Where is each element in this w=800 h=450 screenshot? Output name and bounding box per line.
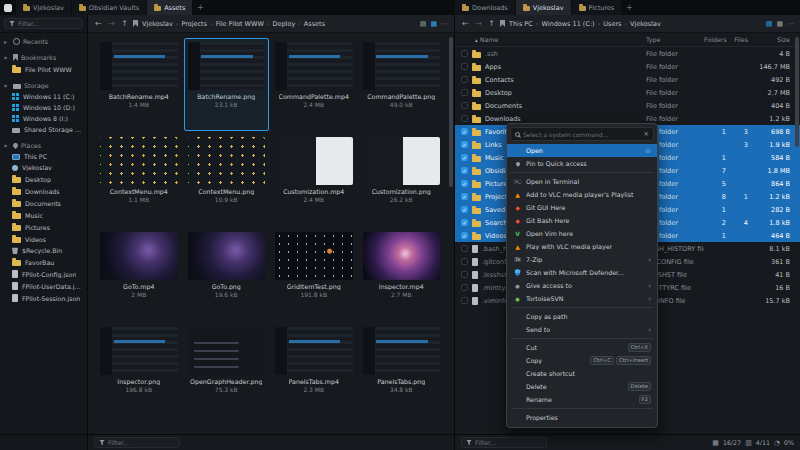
file-item-contextmenu-mp4[interactable]: ContextMenu.mp41.1 MB	[96, 133, 182, 226]
sidebar-item-windows-8-i[interactable]: Windows 8 (I:)	[0, 113, 87, 124]
file-item-commandpalette-mp4[interactable]: CommandPalette.mp42.4 MB	[271, 38, 357, 131]
table-row-contacts[interactable]: ContactsFile folder492 B	[455, 73, 800, 86]
sidebar-section-header-places[interactable]: ▾Places	[0, 140, 87, 151]
row-checkbox[interactable]	[461, 102, 468, 109]
menu-item-open[interactable]: Open☆	[507, 144, 657, 157]
menu-item-create-shortcut[interactable]: Create shortcut	[507, 367, 657, 380]
file-item-goto-png[interactable]: GoTo.png19.6 kB	[184, 228, 270, 321]
right-pane-filter-input[interactable]	[475, 439, 542, 446]
file-item-opengraphheader-png[interactable]: OpenGraphHeader.png75.3 kB	[184, 323, 270, 416]
menu-item-7-zip[interactable]: 7-Zip›	[507, 253, 657, 266]
sidebar-item-fpilot-config-json[interactable]: FPilot-Config.json	[0, 268, 87, 280]
sidebar-item-desktop[interactable]: Desktop	[0, 173, 87, 185]
sidebar-section-header-storage[interactable]: ▾Storage	[0, 80, 87, 91]
sidebar-section-header-bookmarks[interactable]: ▾Bookmarks	[0, 52, 87, 63]
row-checkbox[interactable]: ✓	[461, 167, 468, 174]
sidebar-item-videos[interactable]: Videos	[0, 233, 87, 245]
sidebar-item-pictures[interactable]: Pictures	[0, 221, 87, 233]
breadcrumb-item[interactable]: File Pilot WWW	[216, 20, 264, 28]
column-header-name[interactable]: ▴Name	[461, 36, 646, 43]
row-checkbox[interactable]	[461, 245, 468, 252]
breadcrumb-item[interactable]: Vjekoslav	[630, 20, 661, 28]
row-checkbox[interactable]: ✓	[461, 206, 468, 213]
menu-item-send-to[interactable]: Send to›	[507, 323, 657, 336]
scrollbar-thumb[interactable]	[449, 37, 453, 187]
new-tab-button[interactable]: +	[622, 0, 636, 15]
menu-item-properties[interactable]: Properties	[507, 411, 657, 424]
command-search-input[interactable]	[523, 131, 640, 138]
menu-item-tortoisesvn[interactable]: TortoiseSVN›	[507, 292, 657, 305]
back-button[interactable]: ←	[461, 19, 470, 28]
close-icon[interactable]: ×	[643, 130, 649, 138]
list-view-icon[interactable]: ▤	[766, 20, 773, 28]
file-item-batchrename-png[interactable]: BatchRename.png23.1 kB	[184, 38, 270, 131]
star-icon[interactable]: ☆	[645, 147, 651, 155]
sidebar-item-downloads[interactable]: Downloads	[0, 185, 87, 197]
menu-item-copy[interactable]: CopyCtrl+CCtrl+Insert	[507, 354, 657, 367]
sidebar-item-recycle-bin[interactable]: $Recycle.Bin	[0, 245, 87, 256]
tab-pictures[interactable]: Pictures	[572, 0, 623, 15]
bookmark-icon[interactable]	[133, 20, 138, 27]
row-checkbox[interactable]: ✓	[461, 141, 468, 148]
file-item-inspector-png[interactable]: Inspector.png196.8 kB	[96, 323, 182, 416]
sidebar-item-windows-10-d[interactable]: Windows 10 (D:)	[0, 102, 87, 113]
menu-item-give-access-to[interactable]: Give access to›	[507, 279, 657, 292]
left-pane-filter-input[interactable]	[108, 439, 175, 446]
scrollbar-thumb[interactable]	[795, 37, 799, 147]
row-checkbox[interactable]: ✓	[461, 193, 468, 200]
forward-button[interactable]: →	[107, 19, 116, 28]
back-button[interactable]: ←	[94, 19, 103, 28]
column-header-type[interactable]: Type	[646, 36, 704, 43]
row-checkbox[interactable]	[461, 63, 468, 70]
menu-item-rename[interactable]: RenameF2	[507, 393, 657, 406]
row-checkbox[interactable]	[461, 297, 468, 304]
menu-item-cut[interactable]: CutCtrl+X	[507, 341, 657, 354]
file-item-inspector-mp4[interactable]: Inspector.mp42.7 MB	[359, 228, 445, 321]
sidebar-item-music[interactable]: Music	[0, 209, 87, 221]
file-item-batchrename-mp4[interactable]: BatchRename.mp41.4 MB	[96, 38, 182, 131]
breadcrumb-item[interactable]: Projects	[181, 20, 207, 28]
menu-item-delete[interactable]: DeleteDelete	[507, 380, 657, 393]
tab-vjekoslav[interactable]: Vjekoslav	[16, 0, 72, 15]
tab-obsidian-vaults[interactable]: Obsidian Vaults	[72, 0, 147, 15]
menu-item-open-vim-here[interactable]: Open Vim here	[507, 227, 657, 240]
menu-item-copy-as-path[interactable]: Copy as path	[507, 310, 657, 323]
forward-button[interactable]: →	[474, 19, 483, 28]
sidebar-filter-input[interactable]	[18, 20, 78, 27]
menu-item-scan-with-microsoft-defender[interactable]: Scan with Microsoft Defender...	[507, 266, 657, 279]
table-row-documents[interactable]: DocumentsFile folder404 B	[455, 99, 800, 112]
breadcrumb-item[interactable]: Assets	[304, 20, 325, 28]
tab-downloads[interactable]: Downloads	[455, 0, 516, 15]
sidebar-item-fpilot-userdata-json[interactable]: FPilot-UserData.json	[0, 280, 87, 292]
row-checkbox[interactable]	[461, 89, 468, 96]
table-row-ssh[interactable]: .sshFile folder4 B	[455, 47, 800, 60]
file-item-panelstabs-mp4[interactable]: PanelsTabs.mp42.3 MB	[271, 323, 357, 416]
file-item-customization-mp4[interactable]: Customization.mp42.4 MB	[271, 133, 357, 226]
app-logo[interactable]	[0, 0, 16, 15]
up-button[interactable]: ↑	[487, 19, 496, 28]
up-button[interactable]: ↑	[120, 19, 129, 28]
row-checkbox[interactable]	[461, 76, 468, 83]
breadcrumb-item[interactable]: This PC	[509, 20, 533, 28]
file-item-commandpalette-png[interactable]: CommandPalette.png49.0 kB	[359, 38, 445, 131]
tab-assets[interactable]: Assets	[147, 0, 193, 15]
sidebar-item-documents[interactable]: Documents	[0, 197, 87, 209]
menu-item-add-to-vlc-media-player-s-playlist[interactable]: Add to VLC media player's Playlist	[507, 188, 657, 201]
table-row-desktop[interactable]: DesktopFile folder2.7 MB	[455, 86, 800, 99]
column-header-size[interactable]: Size	[748, 36, 790, 43]
menu-item-git-gui-here[interactable]: Git GUI Here	[507, 201, 657, 214]
sidebar-section-header-recents[interactable]: ▸Recents	[0, 36, 87, 47]
breadcrumb-item[interactable]: Windows 11 (C:)	[541, 20, 594, 28]
sidebar-item-vjekoslav[interactable]: Vjekoslav	[0, 162, 87, 173]
sidebar-item-file-pilot-www[interactable]: File Pilot WWW	[0, 63, 87, 75]
breadcrumb-item[interactable]: Deploy	[272, 20, 295, 28]
row-checkbox[interactable]: ✓	[461, 232, 468, 239]
file-item-contextmenu-png[interactable]: ContextMenu.png10.9 kB	[184, 133, 270, 226]
file-item-griditemtest-png[interactable]: GridItemTest.png191.8 kB	[271, 228, 357, 321]
grid-view-icon[interactable]: ▦	[430, 20, 437, 28]
bookmark-icon[interactable]	[500, 20, 505, 27]
grid-view-icon[interactable]: ▦	[776, 20, 783, 28]
row-checkbox[interactable]	[461, 115, 468, 122]
breadcrumb-item[interactable]: Users	[603, 20, 621, 28]
row-checkbox[interactable]	[461, 258, 468, 265]
